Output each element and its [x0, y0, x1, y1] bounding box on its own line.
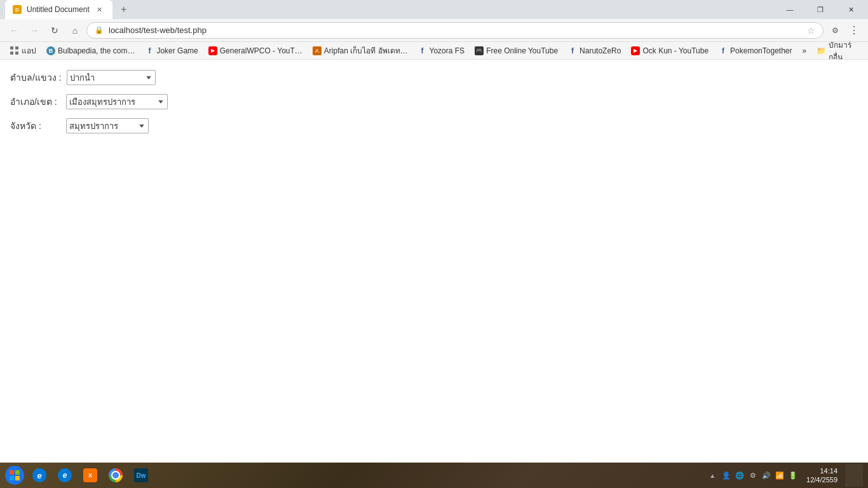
extensions-button[interactable]: ⚙	[826, 22, 844, 39]
bookmark-yozora-label: Yozora FS	[430, 46, 465, 55]
tray-wifi-icon[interactable]: 📶	[774, 470, 785, 481]
bookmark-freeonline[interactable]: 🎮 Free Online YouTube	[470, 44, 563, 58]
taskbar-xampp-button[interactable]: X	[79, 465, 102, 485]
ie-icon: e	[32, 468, 46, 482]
bookmark-folder-label: บักมาร์กอื่น	[829, 42, 858, 60]
taskbar-right: ▲ 👤 🌐 ⚙ 🔊 📶 🔋 14:14 12/4/2559	[707, 464, 863, 487]
bookmark-naruto-label: NarutoZeRo	[580, 46, 621, 55]
maximize-icon: ❐	[817, 6, 824, 14]
apps-icon	[10, 46, 19, 55]
amphoe-row: อำเภอ/เขต : เมืองสมุทรปราการ บางบ่อ บางพ…	[10, 94, 858, 109]
bookmark-yozora[interactable]: f Yozora FS	[413, 44, 470, 58]
new-tab-button[interactable]: +	[115, 1, 133, 18]
folder-icon: 📁	[817, 46, 826, 55]
bookmark-aripfan-label: Aripfan เก็บไอที อัพเดท…	[324, 44, 408, 57]
taskbar-ie-button[interactable]: e	[28, 465, 51, 485]
bookmark-generalwpco[interactable]: ▶ GeneralWPCO - YouT…	[203, 44, 308, 58]
bookmark-bulbapedia-label: Bulbapedia, the com…	[58, 46, 135, 55]
amphoe-select[interactable]: เมืองสมุทรปราการ บางบ่อ บางพลี พระสมุทรเ…	[66, 94, 168, 109]
edge-icon: e	[58, 468, 72, 482]
address-url: localhost/test-web/test.php	[109, 25, 207, 35]
browser-tab[interactable]: D Untitled Document ✕	[5, 0, 112, 19]
minimize-icon: —	[787, 6, 794, 13]
amphoe-label: อำเภอ/เขต :	[10, 95, 61, 109]
tab-title: Untitled Document	[27, 5, 90, 14]
bookmark-generalwpco-label: GeneralWPCO - YouT…	[220, 46, 302, 55]
bookmark-pokemon[interactable]: f PokemonTogether	[714, 44, 797, 58]
maximize-button[interactable]: ❐	[806, 0, 835, 19]
back-button[interactable]: ←	[5, 22, 23, 39]
taskbar: e e X Dw ▲ 👤 🌐 ⚙ 🔊	[0, 463, 868, 488]
minimize-button[interactable]: —	[775, 0, 804, 19]
menu-button[interactable]: ⋮	[845, 22, 863, 39]
dreamweaver-icon: Dw	[134, 468, 148, 482]
show-desktop-button[interactable]	[845, 464, 863, 487]
bookmark-bulbapedia[interactable]: B Bulbapedia, the com…	[41, 44, 140, 58]
facebook-icon-1: f	[145, 46, 154, 55]
tray-battery-icon[interactable]: 🔋	[787, 470, 799, 481]
address-bar[interactable]: 🔒 localhost/test-web/test.php ☆	[86, 22, 824, 39]
tambon-select[interactable]: ปากน้ำ มหาชัย โคกขาม บางปลา บางหญ้าแพรก	[67, 70, 156, 85]
tab-favicon: D	[13, 5, 22, 14]
tray-user-icon[interactable]: 👤	[721, 470, 732, 481]
tray-expand-button[interactable]: ▲	[707, 472, 718, 479]
bookmark-ock-label: Ock Kun - YouTube	[642, 46, 709, 55]
facebook-icon-4: f	[719, 46, 728, 55]
facebook-icon-2: f	[418, 46, 427, 55]
clock-time: 14:14	[806, 466, 837, 475]
changwat-select[interactable]: สมุทรปราการ กรุงเทพมหานคร นนทบุรี ปทุมธา…	[66, 118, 149, 133]
page-content: ตำบล/แขวง : ปากน้ำ มหาชัย โคกขาม บางปลา …	[0, 60, 868, 463]
nav-right-buttons: ⚙ ⋮	[826, 22, 863, 39]
bookmark-star-icon[interactable]: ☆	[807, 25, 815, 36]
facebook-icon-3: f	[568, 46, 577, 55]
tray-settings-icon[interactable]: ⚙	[747, 470, 759, 481]
tray-network-icon[interactable]: 🌐	[734, 470, 745, 481]
address-lock-icon: 🔒	[95, 26, 104, 34]
bookmark-apps[interactable]: แอป	[5, 44, 41, 58]
forward-button[interactable]: →	[25, 22, 43, 39]
close-button[interactable]: ✕	[836, 0, 865, 19]
bookmarks-more-button[interactable]: »	[797, 45, 812, 57]
tab-close-button[interactable]: ✕	[95, 4, 105, 15]
close-icon: ✕	[848, 6, 854, 14]
tray-speaker-icon[interactable]: 🔊	[761, 470, 772, 481]
title-bar-left: D Untitled Document ✕ +	[5, 0, 133, 19]
window-controls: — ❐ ✕	[775, 0, 865, 19]
windows-logo-icon	[10, 470, 20, 480]
home-button[interactable]: ⌂	[66, 22, 84, 39]
reload-button[interactable]: ↻	[46, 22, 64, 39]
bookmarks-bar: แอป B Bulbapedia, the com… f Joker Game …	[0, 42, 868, 60]
freeonline-icon: 🎮	[475, 46, 484, 55]
taskbar-content: e e X Dw ▲ 👤 🌐 ⚙ 🔊	[5, 464, 863, 487]
tray-icons: 👤 🌐 ⚙ 🔊 📶 🔋	[721, 470, 799, 481]
youtube-icon-2: ▶	[631, 46, 640, 55]
bookmark-folder[interactable]: 📁 บักมาร์กอื่น	[811, 42, 863, 60]
clock-date: 12/4/2559	[806, 475, 837, 484]
changwat-row: จังหวัด : สมุทรปราการ กรุงเทพมหานคร นนทบ…	[10, 118, 858, 133]
taskbar-edge-button[interactable]: e	[53, 465, 76, 485]
bulbapedia-icon: B	[46, 46, 55, 55]
tambon-row: ตำบล/แขวง : ปากน้ำ มหาชัย โคกขาม บางปลา …	[10, 70, 858, 85]
bookmark-ock[interactable]: ▶ Ock Kun - YouTube	[626, 44, 714, 58]
xampp-icon: X	[83, 468, 97, 482]
taskbar-dw-button[interactable]: Dw	[130, 465, 153, 485]
bookmark-aripfan[interactable]: A Aripfan เก็บไอที อัพเดท…	[308, 44, 413, 58]
bookmark-freeonline-label: Free Online YouTube	[486, 46, 558, 55]
navigation-bar: ← → ↻ ⌂ 🔒 localhost/test-web/test.php ☆ …	[0, 19, 868, 42]
tambon-label: ตำบล/แขวง :	[10, 71, 62, 85]
taskbar-chrome-button[interactable]	[104, 465, 127, 485]
browser-window: D Untitled Document ✕ + — ❐ ✕ ← → ↻ ⌂ 🔒	[0, 0, 868, 488]
bookmark-pokemon-label: PokemonTogether	[730, 46, 792, 55]
youtube-icon-1: ▶	[208, 46, 217, 55]
bookmark-naruto[interactable]: f NarutoZeRo	[563, 44, 626, 58]
bookmark-joker-label: Joker Game	[156, 46, 198, 55]
title-bar: D Untitled Document ✕ + — ❐ ✕	[0, 0, 868, 19]
bookmark-apps-label: แอป	[22, 44, 36, 57]
changwat-label: จังหวัด :	[10, 119, 61, 133]
chrome-icon	[109, 468, 123, 482]
start-button[interactable]	[5, 466, 24, 485]
bookmark-joker[interactable]: f Joker Game	[140, 44, 203, 58]
aripfan-icon: A	[313, 46, 322, 55]
taskbar-clock[interactable]: 14:14 12/4/2559	[801, 466, 843, 485]
